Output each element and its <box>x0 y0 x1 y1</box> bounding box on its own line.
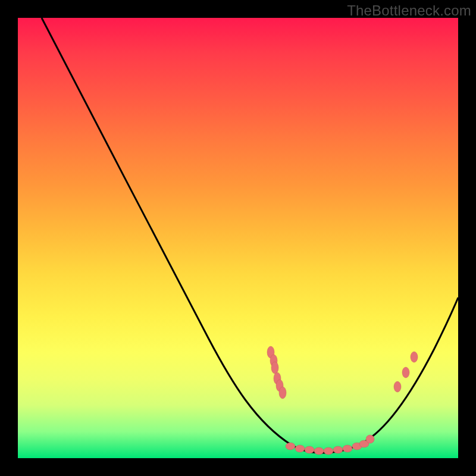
svg-point-2 <box>271 362 278 374</box>
svg-point-12 <box>343 445 352 452</box>
svg-point-5 <box>279 387 286 399</box>
gradient-plot-area <box>18 18 458 458</box>
curve-markers <box>267 346 418 455</box>
svg-point-18 <box>411 352 418 362</box>
svg-point-7 <box>295 445 305 452</box>
bottleneck-curve <box>18 18 458 458</box>
svg-point-11 <box>333 446 343 453</box>
svg-point-16 <box>394 381 401 392</box>
svg-point-6 <box>286 443 295 450</box>
svg-point-10 <box>324 447 333 455</box>
svg-point-17 <box>402 367 409 378</box>
watermark-text: TheBottleneck.com <box>347 2 471 19</box>
svg-point-9 <box>314 447 324 455</box>
svg-point-15 <box>366 435 374 443</box>
svg-point-8 <box>305 446 314 453</box>
